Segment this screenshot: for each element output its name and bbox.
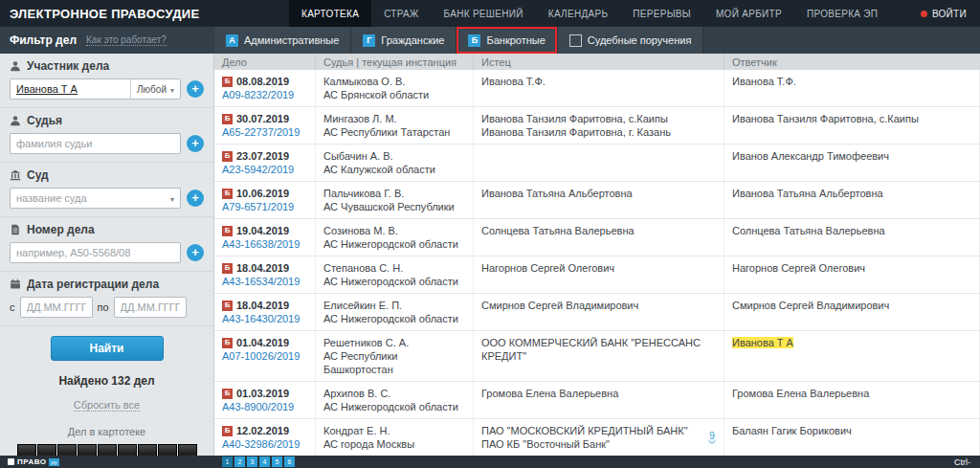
pravo-logo-text: ПРАВО [17,457,46,466]
bankruptcy-case-icon: Б [222,226,233,236]
add-judge-button[interactable] [187,135,204,152]
case-counter-label: Дел в картотеке [0,426,213,437]
table-row[interactable]: Б 19.04.2019 А43-16638/2019 Созинова М. … [214,219,980,256]
zoom-hint: Ctrl- [954,457,980,467]
participant-input[interactable] [11,79,130,99]
case-type-tab[interactable]: Г Гражданские [351,27,457,54]
search-button[interactable]: Найти [51,336,164,361]
case-date: Б 01.04.2019 [222,336,307,349]
how-it-works-link[interactable]: Как это работает? [86,34,167,46]
case-type-icon: Б [468,34,480,47]
plaintiff-name: ПАО "МОСКОВСКИЙ КРЕДИТНЫЙ БАНК" [481,424,688,437]
nav-item[interactable]: СТРАЖ [371,0,431,27]
judge-cell: Степанова С. Н. АС Нижегородской области [316,256,474,293]
plaintiff-cell: ПАО "МОСКОВСКИЙ КРЕДИТНЫЙ БАНК" ПАО КБ "… [474,419,724,456]
table-row[interactable]: Б 08.08.2019 А09-8232/2019 Калмыкова О. … [214,70,980,107]
case-table-body: Б 08.08.2019 А09-8232/2019 Калмыкова О. … [214,70,980,456]
footer-bar: ПРАВО ру 1 2 3 4 5 6 Ctrl- [0,456,980,468]
judge-name: Кондрат Е. Н. [323,424,465,437]
participant-input-group: Любой [10,78,181,100]
page-button[interactable]: 1 [222,457,233,467]
more-instances-badge[interactable]: 9 [708,432,716,444]
content-area: Участник дела Любой [0,54,980,456]
plaintiff-name: Иванова Танзиля Фаритовна, г. Казань [481,125,671,139]
date-to-input[interactable] [114,297,187,318]
page-button[interactable]: 6 [284,457,295,467]
case-number-input[interactable] [10,242,181,263]
case-number-link[interactable]: А43-16638/2019 [222,237,300,251]
counter-digit: 0 [17,444,36,456]
court-section: Суд название суда [0,163,213,217]
court-building-icon [10,169,21,181]
pravo-logo-icon [8,458,14,465]
table-header: Дело Судья | текущая инстанция Истец Отв… [214,54,980,70]
add-court-button[interactable] [187,189,204,207]
plaintiff-name: Иванова Танзиля Фаритовна, с.Каипы [481,112,671,125]
tab-label: Судебные поручения [588,34,692,46]
reset-all-link[interactable]: Сбросить все [74,399,140,412]
judge-name: Сыбачин А. В. [323,149,465,163]
table-row[interactable]: Б 30.07.2019 А65-22737/2019 Мингазов Л. … [214,107,980,145]
reg-date-section: Дата регистрации дела с по [0,272,213,326]
judge-cell: Пальчикова Г. В. АС Чувашской Республики [316,182,474,218]
case-number-link[interactable]: А43-16430/2019 [222,312,300,325]
counter-digit: 2 [158,444,177,456]
date-from-input[interactable] [20,297,93,318]
case-type-tab[interactable]: Судебные поручения [558,27,704,54]
case-type-tab[interactable]: А Административные [214,27,351,54]
page-button[interactable]: 4 [259,457,270,467]
case-number-link[interactable]: А43-8900/2019 [222,400,294,413]
case-type-tab[interactable]: Б Банкротные [457,27,557,54]
case-date: Б 18.04.2019 [222,261,307,275]
table-row[interactable]: Б 01.03.2019 А43-8900/2019 Архипов В. С.… [214,382,980,419]
participant-role-select[interactable]: Любой [130,79,180,99]
table-row[interactable]: Б 10.06.2019 А79-6571/2019 Пальчикова Г.… [214,182,980,219]
case-number-link[interactable]: А09-8232/2019 [222,88,294,101]
table-row[interactable]: Б 18.04.2019 А43-16534/2019 Степанова С.… [214,256,980,294]
court-select[interactable]: название суда [10,188,181,209]
case-number-link[interactable]: А40-32986/2019 [222,437,300,451]
case-cell: Б 18.04.2019 А43-16430/2019 [214,294,316,330]
judge-cell: Мингазов Л. М. АС Республики Татарстан [316,107,474,144]
case-number-link[interactable]: А79-6571/2019 [222,200,294,213]
case-date: Б 18.04.2019 [222,299,307,312]
page-button[interactable]: 2 [234,457,245,467]
results-count: Найдено 132 дел [0,374,213,388]
add-participant-button[interactable] [187,80,204,98]
login-button[interactable]: ВОЙТИ [921,0,980,27]
add-case-number-button[interactable] [187,244,204,261]
plaintiff-names: ПАО "МОСКОВСКИЙ КРЕДИТНЫЙ БАНК" ПАО КБ "… [481,424,688,451]
table-row[interactable]: Б 23.07.2019 А23-5942/2019 Сыбачин А. В.… [214,145,980,182]
nav-item[interactable]: БАНК РЕШЕНИЙ [432,0,536,27]
table-row[interactable]: Б 18.04.2019 А43-16430/2019 Елисейкин Е.… [214,294,980,331]
nav-item[interactable]: ПРОВЕРКА ЭП [794,0,890,27]
defendant-cell: Громова Елена Валерьевна [724,382,980,418]
bankruptcy-case-icon: Б [222,189,233,199]
judge-name: Решетников С. А. [323,336,465,349]
judge-input[interactable] [10,133,181,154]
nav-item[interactable]: МОЙ АРБИТР [703,0,794,27]
page-button[interactable]: 5 [272,457,282,467]
nav-item[interactable]: ПЕРЕРЫВЫ [620,0,703,27]
table-row[interactable]: Б 01.04.2019 А07-10026/2019 Решетников С… [214,331,980,382]
nav-item[interactable]: КАЛЕНДАРЬ [536,0,621,27]
plaintiff-name: Нагорнов Сергей Олегович [481,261,614,275]
court-name: АС Республики Татарстан [323,125,465,139]
case-number-link[interactable]: А23-5942/2019 [222,163,294,176]
filter-bar-left: Фильтр дел Как это работает? [0,27,214,54]
plaintiff-cell: Солнцева Татьяна Валерьевна [474,219,724,256]
table-row[interactable]: Б 12.02.2019 А40-32986/2019 Кондрат Е. Н… [214,419,980,456]
defendant-cell: Смирнов Сергей Владимирович [724,294,980,330]
bankruptcy-case-icon: Б [222,301,233,311]
nav-item[interactable]: КАРТОТЕКА [289,0,371,27]
judge-cell: Архипов В. С. АС Нижегородской области [316,382,474,418]
case-number-link[interactable]: А43-16534/2019 [222,275,300,288]
case-type-icon [569,34,582,47]
bankruptcy-case-icon: Б [222,389,233,399]
case-number-link[interactable]: А65-22737/2019 [222,125,300,139]
defendant-name: Смирнов Сергей Владимирович [732,300,889,311]
case-number-link[interactable]: А07-10026/2019 [222,349,300,363]
page-button[interactable]: 3 [247,457,257,467]
pravo-logo[interactable]: ПРАВО ру [0,457,214,466]
chevron-down-icon [170,84,174,95]
